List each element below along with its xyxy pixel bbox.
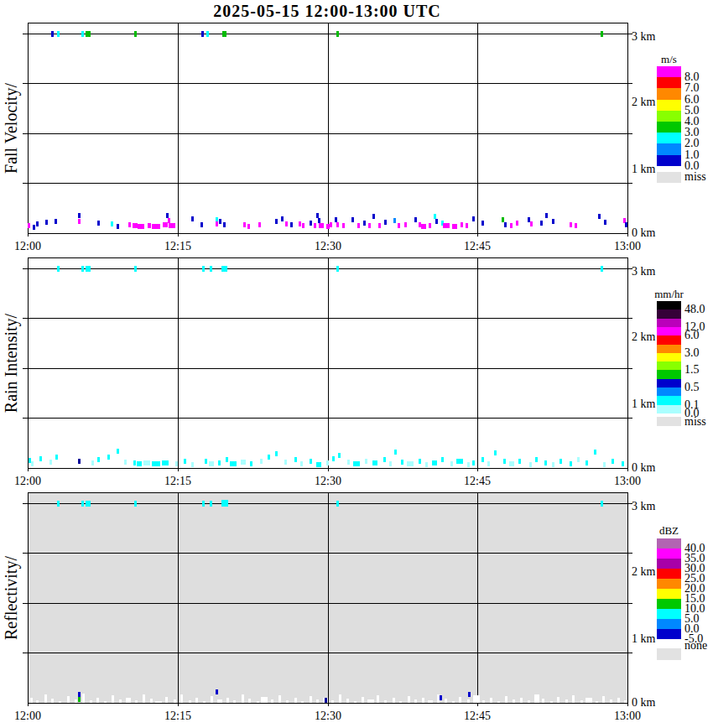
echo-point: [284, 460, 287, 465]
speckle-bar: [557, 697, 559, 703]
frame-right: [627, 492, 628, 704]
echo-point: [544, 460, 547, 465]
ceiling-echo-point: [81, 31, 84, 37]
x-tick-label: 12:15: [164, 240, 191, 253]
echo-point: [133, 460, 136, 465]
echo-point: [169, 223, 175, 228]
colorbar-swatch: [657, 609, 681, 619]
speckle-bar: [528, 700, 530, 703]
echo-point: [598, 214, 601, 219]
x-tick-label: 12:45: [464, 475, 491, 488]
echo-point: [49, 460, 52, 465]
echo-point: [326, 460, 329, 465]
echo-point: [494, 450, 497, 455]
colorbar-swatch: [657, 133, 681, 143]
echo-point: [487, 461, 490, 466]
y-tick-label: 1 km: [632, 632, 655, 646]
ceiling-echo-point: [51, 31, 54, 37]
echo-point: [299, 221, 301, 226]
echo-point: [223, 222, 226, 227]
echo-point: [45, 220, 48, 225]
y-tick-left: [23, 368, 28, 369]
x-tick: [178, 703, 179, 706]
echo-point: [372, 214, 375, 219]
colorbar-miss-label: miss: [684, 170, 706, 184]
speckle-bar: [617, 698, 620, 703]
colorbar-swatch: [657, 549, 681, 559]
speckle-bar: [346, 699, 349, 703]
speckle-bar: [377, 695, 379, 703]
y-tick-right: [627, 368, 632, 369]
echo-point: [107, 455, 110, 460]
echo-point: [351, 217, 354, 222]
ceiling-echo-point: [57, 501, 60, 507]
colorbar-swatch: [657, 122, 681, 133]
x-tick: [28, 468, 29, 471]
ceiling-echo-point: [222, 31, 226, 37]
echo-point: [461, 222, 463, 227]
speckle-bar: [384, 700, 387, 703]
speckle-bar: [354, 701, 356, 703]
echo-point: [435, 219, 438, 224]
ceiling-echo-point: [221, 266, 227, 272]
y-tick-label: 3 km: [632, 30, 655, 44]
echo-point: [218, 460, 221, 465]
echo-point: [162, 460, 169, 465]
speckle-bar: [310, 696, 312, 703]
speckle-bar: [428, 700, 433, 703]
echo-point: [325, 698, 327, 703]
speckle-bar: [624, 700, 627, 703]
speckle-bar: [75, 699, 77, 703]
echo-point: [585, 460, 588, 465]
echo-point: [205, 459, 207, 464]
y-tick-right: [627, 83, 632, 84]
echo-point: [117, 449, 119, 454]
speckle-bar: [174, 699, 176, 703]
echo-point: [219, 219, 221, 224]
x-tick-label: 13:00: [614, 710, 641, 723]
echo-point: [78, 697, 81, 702]
speckle-bar: [572, 695, 575, 703]
ceiling-echo-point: [81, 501, 84, 507]
speckle-bar: [414, 699, 417, 703]
echo-point: [241, 460, 246, 465]
x-tick-label: 12:00: [14, 475, 41, 488]
colorbar-swatch: [657, 143, 681, 155]
frame-right: [627, 23, 628, 234]
x-tick: [178, 468, 179, 471]
speckle-bar: [301, 701, 304, 703]
echo-point: [363, 221, 366, 226]
y-tick-right: [627, 603, 632, 604]
speckle-bar: [452, 701, 455, 703]
y-tick-left: [23, 268, 28, 269]
echo-point: [530, 221, 533, 226]
speckle-bar: [82, 694, 85, 703]
speckle-bar: [233, 700, 236, 703]
ceiling-echo-point: [57, 266, 60, 272]
x-tick: [328, 703, 329, 706]
echo-point: [247, 224, 250, 229]
echo-point: [78, 219, 81, 224]
echo-point: [314, 223, 316, 228]
echo-point: [200, 222, 203, 227]
echo-point: [39, 456, 42, 461]
echo-point: [603, 462, 606, 467]
horizontal-gridline: [28, 368, 627, 369]
colorbar-swatch: [657, 353, 681, 361]
x-tick-label: 12:30: [315, 240, 341, 253]
colorbar-units-label: dBZ: [659, 524, 679, 538]
echo-point: [372, 460, 377, 465]
colorbar-swatch: [657, 100, 681, 111]
speckle-bar: [278, 695, 281, 703]
speckle-bar: [473, 695, 480, 703]
chart-title: 2025-05-15 12:00-13:00 UTC: [213, 2, 441, 21]
echo-point: [342, 223, 345, 228]
speckle-bar: [51, 699, 54, 703]
chart: 2025-05-15 12:00-13:00 UTC 12:0012:1512:…: [0, 0, 713, 728]
echo-point: [128, 222, 131, 227]
echo-point: [452, 224, 457, 229]
y-tick-label: 2 km: [632, 96, 655, 109]
vertical-gridline: [328, 257, 329, 468]
echo-point: [357, 223, 360, 228]
speckle-bar: [542, 699, 544, 703]
